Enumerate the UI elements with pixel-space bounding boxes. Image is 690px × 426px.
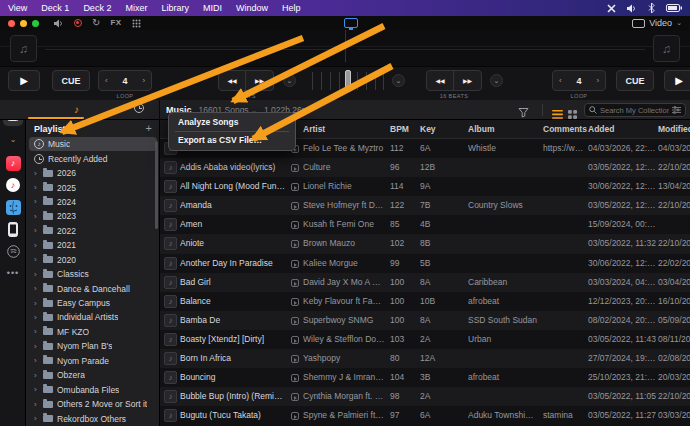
finder-icon[interactable] bbox=[3, 198, 23, 216]
sidebar-item-others-2-move-or-sort-it[interactable]: ›Others 2 Move or Sort it bbox=[26, 397, 160, 411]
deck1-play-button[interactable]: ▶ bbox=[8, 70, 40, 91]
sidebar-item-classics[interactable]: ›Classics bbox=[26, 267, 160, 281]
more-icon[interactable]: ••• bbox=[3, 264, 23, 282]
sidebar-item-recently-added[interactable]: Recently Added bbox=[26, 151, 160, 165]
table-row[interactable]: ♪AmenKusah ft Femi One854B15/09/2024, 00… bbox=[160, 215, 690, 234]
itunes-icon[interactable]: ♪ bbox=[3, 176, 23, 194]
disclosure-icon[interactable]: › bbox=[34, 212, 39, 221]
add-playlist-button[interactable]: + bbox=[146, 123, 152, 134]
column-header-artist[interactable]: Artist bbox=[303, 120, 325, 139]
sidebar-item-omubanda-files[interactable]: ›Omubanda Files bbox=[26, 382, 160, 396]
zoom-window-button[interactable] bbox=[32, 20, 39, 27]
sidebar-item-mf-kzo[interactable]: ›MF KZO bbox=[26, 325, 160, 339]
master-volume-icon[interactable] bbox=[54, 19, 64, 28]
table-row[interactable]: ♪Bubble Bup (Intro) (Remix) (SNMIX)…Cynt… bbox=[160, 387, 690, 406]
grid-view-icon[interactable] bbox=[568, 105, 577, 123]
tab-playlists-music-icon[interactable]: ♪ bbox=[74, 103, 79, 116]
sidebar-item-2025[interactable]: ›2025 bbox=[26, 180, 160, 194]
sidebar-item-nyom-parade[interactable]: ›Nyom Parade bbox=[26, 354, 160, 368]
menu-item-library[interactable]: Library bbox=[161, 3, 189, 13]
disclosure-icon[interactable]: › bbox=[34, 226, 39, 235]
loop-decrement-icon[interactable]: ‹ bbox=[553, 71, 567, 90]
sidebar-item-2023[interactable]: ›2023 bbox=[26, 209, 160, 223]
sidebar-item-2022[interactable]: ›2022 bbox=[26, 224, 160, 238]
deck2-beats-dropdown-icon[interactable]: ⌄ bbox=[392, 74, 405, 87]
table-row[interactable]: ♪Bugutu (Tucu Takata)Spyne & Palmieri ft… bbox=[160, 406, 690, 425]
table-row[interactable]: ♪Another Day In ParadiseKaliee Morgue995… bbox=[160, 254, 690, 273]
deck1-loop-control[interactable]: ‹ 4 › bbox=[98, 70, 152, 91]
apple-music-icon[interactable]: ♪ bbox=[3, 154, 23, 172]
x-icon[interactable] bbox=[607, 4, 616, 13]
sidebar-item-individual-artists[interactable]: ›Individual Artists bbox=[26, 310, 160, 324]
deck1-beatjump-control[interactable]: ◀◀ ▶▶ bbox=[218, 70, 274, 91]
menu-item-mixer[interactable]: Mixer bbox=[125, 3, 147, 13]
sidebar-item-2021[interactable]: ›2021 bbox=[26, 238, 160, 252]
sidebar-item-music[interactable]: ♪Music bbox=[29, 137, 157, 151]
beatjump-back-icon[interactable]: ◀◀ bbox=[219, 71, 246, 90]
menu-item-deck-2[interactable]: Deck 2 bbox=[83, 3, 111, 13]
list-view-icon[interactable] bbox=[552, 105, 563, 123]
minimize-window-button[interactable] bbox=[20, 20, 27, 27]
menu-item-view[interactable]: View bbox=[8, 3, 27, 13]
table-row[interactable]: ♪Boasty [Xtendz] [Dirty]Wiley & Stefflon… bbox=[160, 330, 690, 349]
sidebar-item-dance-dancehall[interactable]: ›Dance & Dancehall bbox=[26, 281, 160, 295]
playlists-scrollbar[interactable] bbox=[155, 141, 158, 229]
menu-item-analyze-songs[interactable]: Analyze Songs bbox=[169, 115, 295, 130]
column-header-comments[interactable]: Comments bbox=[543, 120, 587, 139]
menu-item-midi[interactable]: MIDI bbox=[203, 3, 222, 13]
disclosure-icon[interactable]: › bbox=[34, 313, 39, 322]
deck2-cue-button[interactable]: CUE bbox=[616, 70, 654, 91]
column-header-album[interactable]: Album bbox=[468, 120, 494, 139]
grid-icon[interactable] bbox=[132, 19, 141, 28]
tab-history-icon[interactable] bbox=[134, 103, 144, 116]
sidebar-item-nyom-plan-b-s[interactable]: ›Nyom Plan B's bbox=[26, 339, 160, 353]
disclosure-icon[interactable]: › bbox=[34, 270, 39, 279]
sidebar-item-2024[interactable]: ›2024 bbox=[26, 195, 160, 209]
search-options-icon[interactable] bbox=[672, 106, 681, 114]
menu-item-export-as-csv-file[interactable]: Export as CSV File… bbox=[169, 133, 295, 148]
search-input[interactable] bbox=[600, 106, 669, 115]
fx-button[interactable]: FX bbox=[110, 19, 121, 27]
search-field[interactable] bbox=[584, 103, 686, 117]
device-icon[interactable] bbox=[3, 220, 23, 238]
battery-icon[interactable] bbox=[666, 4, 682, 12]
disclosure-icon[interactable]: › bbox=[34, 414, 39, 423]
deck1-beats-dropdown-icon[interactable]: ⌄ bbox=[283, 74, 296, 87]
volume-icon[interactable] bbox=[627, 4, 637, 13]
sidebar-item-obzera[interactable]: ›Obzera bbox=[26, 368, 160, 382]
disclosure-icon[interactable]: › bbox=[34, 385, 39, 394]
table-row[interactable]: ♪BouncingShemmy J & Imran Nerdy1043Bafro… bbox=[160, 368, 690, 387]
table-row[interactable]: ♪BalanceKeby Flavour ft Fabi Africa &…10… bbox=[160, 292, 690, 311]
display-icon[interactable] bbox=[344, 18, 358, 28]
record-icon[interactable] bbox=[74, 19, 82, 27]
disclosure-icon[interactable]: › bbox=[34, 371, 39, 380]
table-row[interactable]: ♪AmandaSteve Hofmeyr ft Demi Lee…1227BCo… bbox=[160, 196, 690, 215]
disclosure-icon[interactable]: › bbox=[34, 183, 39, 192]
disclosure-icon[interactable]: › bbox=[34, 284, 39, 293]
column-header-modified[interactable]: Modified bbox=[658, 120, 690, 139]
loop-increment-icon[interactable]: › bbox=[591, 71, 605, 90]
sidebar-item-easy-campus[interactable]: ›Easy Campus bbox=[26, 296, 160, 310]
sidebar-item-2020[interactable]: ›2020 bbox=[26, 253, 160, 267]
deck2-beatjump-control[interactable]: ◀◀ ▶▶ bbox=[426, 70, 482, 91]
column-header-added[interactable]: Added bbox=[588, 120, 614, 139]
streaming-icon[interactable] bbox=[3, 242, 23, 260]
collapse-rail-icon[interactable]: ⌄ bbox=[3, 130, 23, 148]
beatjump-forward-icon[interactable]: ▶▶ bbox=[246, 71, 273, 90]
crossfader[interactable] bbox=[312, 70, 384, 92]
loop-increment-icon[interactable]: › bbox=[137, 71, 151, 90]
filter-icon[interactable] bbox=[518, 104, 529, 122]
disclosure-icon[interactable]: › bbox=[34, 241, 39, 250]
deck1-cue-button[interactable]: CUE bbox=[52, 70, 90, 91]
disclosure-icon[interactable]: › bbox=[34, 255, 39, 264]
menu-item-window[interactable]: Window bbox=[236, 3, 268, 13]
automix-icon[interactable]: ↻ bbox=[92, 18, 100, 28]
close-window-button[interactable] bbox=[8, 20, 15, 27]
sidebar-item-2026[interactable]: ›2026 bbox=[26, 166, 160, 180]
table-row[interactable]: ♪Bad GirlDavid Jay X Mo A Lee1008ACaribb… bbox=[160, 273, 690, 292]
deck2-play-button[interactable]: ▶ bbox=[664, 70, 690, 91]
deck2-beats-menu-icon[interactable]: ⌄ bbox=[490, 74, 503, 87]
column-header-key[interactable]: Key bbox=[420, 120, 436, 139]
sidebar-item-rekordbox-others[interactable]: ›Rekordbox Others bbox=[26, 411, 160, 425]
disclosure-icon[interactable]: › bbox=[34, 400, 39, 409]
